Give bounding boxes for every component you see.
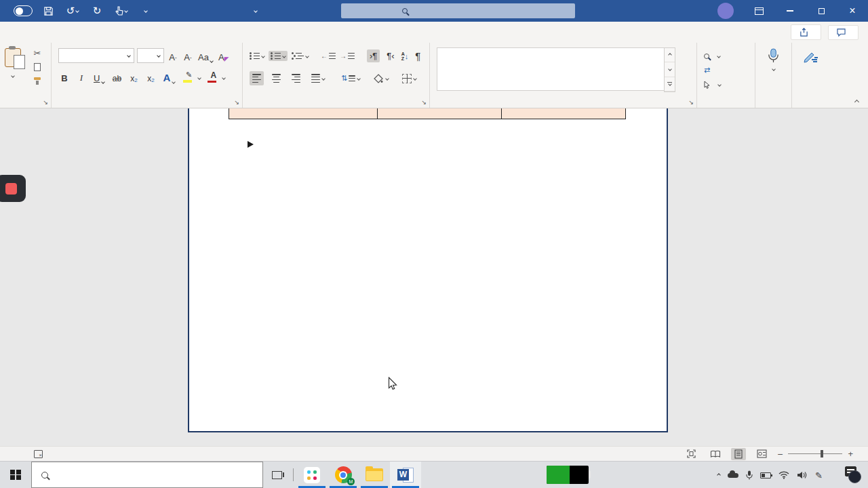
wifi-icon[interactable] <box>778 471 789 479</box>
start-button[interactable] <box>0 462 31 488</box>
font-size-select[interactable] <box>137 48 164 63</box>
taskbar-search-input[interactable] <box>31 462 263 488</box>
save-button[interactable] <box>39 2 57 20</box>
shading-button[interactable] <box>374 74 389 83</box>
find-button[interactable] <box>697 49 755 63</box>
font-name-select[interactable] <box>58 48 134 63</box>
text-effects-button[interactable]: A <box>161 70 176 83</box>
paragraph-dialog-launcher[interactable]: ↘ <box>421 99 427 106</box>
font-color-button[interactable]: A <box>205 70 218 83</box>
zoom-out-button[interactable]: − <box>777 449 783 460</box>
battery-osd <box>547 466 589 484</box>
close-button[interactable]: × <box>837 0 868 22</box>
change-case-button[interactable]: Aa <box>197 49 214 62</box>
styles-gallery-more-button[interactable] <box>665 77 675 92</box>
microphone-tray-icon[interactable] <box>746 470 753 480</box>
chevron-down-icon <box>172 80 176 84</box>
focus-mode-button[interactable] <box>687 449 700 458</box>
dictate-button[interactable] <box>755 43 791 70</box>
styles-scroll-up-button[interactable] <box>665 48 675 62</box>
clipboard-dialog-launcher[interactable]: ↘ <box>43 99 48 106</box>
proofing-errors-icon[interactable]: × <box>34 450 43 458</box>
share-button[interactable] <box>791 24 821 40</box>
mouse-cursor <box>388 377 398 392</box>
copy-button[interactable] <box>34 63 41 71</box>
editor-button[interactable] <box>792 43 829 66</box>
multilevel-list-button[interactable] <box>292 53 309 60</box>
justify-button[interactable] <box>309 71 328 85</box>
restore-button[interactable] <box>806 0 837 22</box>
sort-button[interactable]: AZ↓ <box>401 52 409 61</box>
recording-stop-overlay[interactable] <box>0 175 26 202</box>
table-cell-transliteration <box>378 108 502 119</box>
font-dialog-launcher[interactable]: ↘ <box>234 99 239 106</box>
styles-scroll-down-button[interactable] <box>665 62 675 77</box>
replace-button[interactable]: ⇄ <box>697 63 755 77</box>
cut-button[interactable]: ✂ <box>34 48 41 58</box>
numbering-button[interactable] <box>269 51 288 62</box>
vocab-table-row[interactable] <box>229 108 626 119</box>
taskbar-app-chrome[interactable]: M <box>328 462 359 488</box>
show-hide-paragraph-button[interactable]: ¶ <box>415 50 420 62</box>
line-spacing-button[interactable]: ⇅ <box>341 74 360 83</box>
print-layout-button[interactable] <box>731 448 746 460</box>
action-center-button[interactable] <box>845 465 863 485</box>
increase-indent-button[interactable]: → <box>340 52 355 60</box>
customize-quick-access-button[interactable] <box>137 2 155 20</box>
undo-button[interactable]: ↺ <box>64 2 81 20</box>
battery-tray-icon[interactable] <box>760 472 771 479</box>
italic-button[interactable]: I <box>75 70 87 83</box>
onedrive-icon[interactable] <box>728 473 738 478</box>
align-right-button[interactable] <box>289 71 303 85</box>
minimize-button[interactable] <box>774 0 806 22</box>
autosave-toggle[interactable] <box>9 5 33 16</box>
styles-dialog-launcher[interactable]: ↘ <box>688 99 694 106</box>
taskbar-app-explorer[interactable] <box>359 462 390 488</box>
close-icon: × <box>849 5 855 17</box>
bullets-button[interactable] <box>250 53 264 60</box>
clear-formatting-button[interactable]: A◤ <box>217 49 231 62</box>
subscript-button[interactable]: x2 <box>127 70 140 83</box>
tray-expand-button[interactable] <box>717 473 721 477</box>
select-icon <box>704 81 710 89</box>
shrink-font-button[interactable]: Aˇ <box>182 49 194 62</box>
document-title[interactable] <box>250 0 257 22</box>
comments-button[interactable] <box>828 25 859 40</box>
format-painter-button[interactable] <box>33 76 42 85</box>
select-button[interactable] <box>697 77 755 92</box>
taskbar: M W ✎ <box>0 461 868 488</box>
zoom-in-button[interactable]: + <box>848 449 853 459</box>
rtl-direction-button[interactable]: ¶‹ <box>384 49 397 62</box>
pen-icon[interactable]: ✎ <box>815 470 823 481</box>
underline-button[interactable]: U <box>92 70 106 83</box>
zoom-slider-track[interactable] <box>788 453 842 454</box>
web-layout-button[interactable] <box>754 448 769 460</box>
task-view-button[interactable] <box>263 462 290 488</box>
borders-button[interactable] <box>402 74 416 83</box>
search-input[interactable] <box>341 3 575 18</box>
ltr-direction-button[interactable]: ›¶ <box>367 49 380 62</box>
highlight-button[interactable]: ✎ <box>181 70 193 83</box>
touch-mouse-mode-button[interactable] <box>113 2 130 20</box>
zoom-slider-thumb[interactable] <box>821 450 823 458</box>
chevron-down-icon <box>717 83 722 87</box>
paste-button[interactable] <box>5 48 21 79</box>
document-page[interactable] <box>188 108 668 432</box>
avatar[interactable] <box>717 3 734 19</box>
read-mode-button[interactable] <box>708 448 723 460</box>
strikethrough-button[interactable]: ab <box>111 70 123 83</box>
taskbar-app-word[interactable]: W <box>390 462 421 488</box>
decrease-indent-button[interactable]: ← <box>321 52 336 60</box>
align-left-button[interactable] <box>250 71 264 85</box>
bold-button[interactable]: B <box>58 70 71 83</box>
align-right-icon <box>292 74 300 83</box>
ribbon-display-options-button[interactable] <box>743 0 774 22</box>
volume-icon[interactable] <box>797 471 808 479</box>
taskbar-app-slack[interactable] <box>296 462 328 488</box>
grow-font-button[interactable]: Aˆ <box>167 49 179 62</box>
chevron-down-icon <box>305 54 309 58</box>
superscript-button[interactable]: x2 <box>144 70 157 83</box>
align-center-button[interactable] <box>269 71 283 85</box>
redo-button[interactable]: ↻ <box>88 2 106 20</box>
document-area[interactable] <box>0 108 868 446</box>
